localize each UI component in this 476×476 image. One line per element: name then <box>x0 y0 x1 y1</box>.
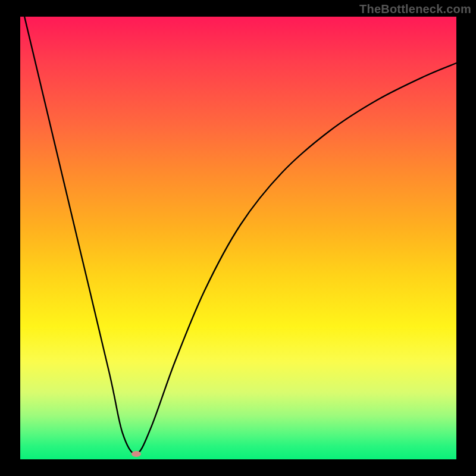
watermark-text: TheBottleneck.com <box>359 2 471 16</box>
curve-svg <box>20 17 456 459</box>
plot-area <box>20 17 456 459</box>
minimum-marker <box>131 451 141 457</box>
chart-frame: TheBottleneck.com <box>0 0 476 476</box>
bottleneck-curve-path <box>20 17 456 454</box>
